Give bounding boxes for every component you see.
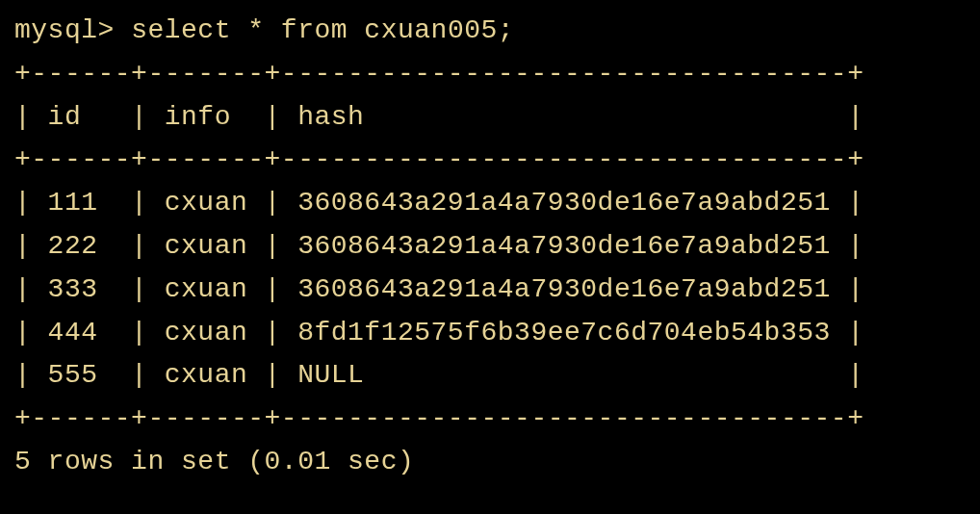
table-row: | 555 | cxuan | NULL | — [14, 354, 966, 398]
mysql-prompt: mysql> — [14, 15, 131, 45]
table-row: | 222 | cxuan | 3608643a291a4a7930de16e7… — [14, 225, 966, 269]
table-header-row: | id | info | hash | — [14, 96, 966, 140]
table-border-top: +------+-------+------------------------… — [14, 53, 966, 96]
query-line: mysql> select * from cxuan005; — [14, 10, 966, 53]
table-border-mid: +------+-------+------------------------… — [14, 139, 966, 182]
table-row: | 111 | cxuan | 3608643a291a4a7930de16e7… — [14, 182, 966, 225]
table-row: | 444 | cxuan | 8fd1f12575f6b39ee7c6d704… — [14, 312, 966, 355]
sql-query: select * from cxuan005; — [131, 15, 514, 45]
result-footer: 5 rows in set (0.01 sec) — [14, 441, 966, 484]
table-row: | 333 | cxuan | 3608643a291a4a7930de16e7… — [14, 269, 966, 312]
table-border-bottom: +------+-------+------------------------… — [14, 398, 966, 441]
terminal-output: mysql> select * from cxuan005; +------+-… — [14, 10, 966, 484]
